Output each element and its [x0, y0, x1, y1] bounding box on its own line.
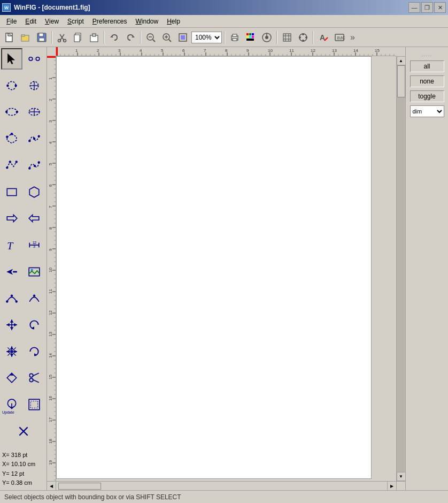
toolbar-export[interactable] — [259, 30, 274, 45]
tool-ellipse-draw[interactable] — [1, 101, 22, 123]
vertical-ruler-canvas — [47, 56, 56, 481]
restore-button[interactable]: ❐ — [421, 2, 433, 13]
toolbar-zoom-out[interactable] — [143, 30, 158, 45]
scroll-up-button[interactable]: ▲ — [397, 56, 406, 65]
tool-move[interactable] — [1, 314, 22, 336]
none-button[interactable]: none — [410, 75, 444, 87]
coord-x-pt: X= 318 pt — [2, 451, 44, 460]
toolbar-import[interactable]: IMG — [332, 30, 347, 45]
zoom-selector[interactable]: 100% 50% 75% 150% 200% — [191, 32, 222, 43]
tool-dimension[interactable]: 123 — [24, 234, 45, 256]
all-button[interactable]: all — [410, 60, 444, 72]
toolbar-grid[interactable] — [280, 30, 295, 45]
scroll-right-button[interactable]: ▶ — [387, 482, 396, 490]
toolbar-undo[interactable] — [107, 30, 122, 45]
svg-rect-9 — [39, 33, 43, 36]
tool-frame[interactable] — [24, 394, 45, 415]
svg-point-61 — [7, 81, 16, 89]
tool-rect-draw[interactable] — [1, 181, 22, 203]
dim-selector[interactable]: dim layer1 layer2 — [410, 105, 444, 117]
main-layout: · — [0, 47, 448, 490]
menu-help[interactable]: Help — [163, 16, 184, 27]
menu-edit[interactable]: Edit — [21, 16, 41, 27]
tool-rotate-cw[interactable] — [24, 341, 45, 362]
toolbar-copy[interactable] — [71, 30, 86, 45]
tool-open-poly[interactable] — [1, 155, 22, 176]
menu-preferences[interactable]: Preferences — [88, 16, 132, 27]
svg-rect-7 — [21, 35, 25, 36]
coord-y-pt: Y= 12 pt — [2, 469, 44, 479]
toolbar-new[interactable] — [2, 30, 17, 45]
tool-select[interactable] — [1, 48, 22, 70]
toolbar-paste[interactable] — [87, 30, 102, 45]
toolbar-spell[interactable]: A — [316, 30, 331, 45]
right-panel: ..... all none toggle dim layer1 layer2 — [405, 47, 448, 490]
menu-script[interactable]: Script — [63, 16, 88, 27]
h-scroll-track[interactable] — [56, 482, 387, 490]
toolbar-snap[interactable] — [296, 30, 311, 45]
toolbar-fit[interactable] — [175, 30, 190, 45]
toolbar-separator-5 — [276, 31, 277, 44]
h-scroll-thumb[interactable] — [58, 483, 101, 490]
svg-line-127 — [32, 380, 38, 383]
menu-file[interactable]: File — [2, 16, 21, 27]
toolbar-open[interactable] — [18, 30, 33, 45]
window-controls: — ❐ ✕ — [408, 2, 446, 13]
scroll-track-v[interactable] — [397, 65, 406, 472]
svg-rect-47 — [283, 34, 291, 41]
toggle-button[interactable]: toggle — [410, 90, 444, 102]
canvas-container[interactable] — [56, 56, 396, 481]
toolbar-zoom-in[interactable] — [159, 30, 174, 45]
svg-rect-32 — [233, 39, 237, 41]
tool-arc-select[interactable] — [24, 287, 45, 309]
tool-text[interactable]: T — [1, 234, 22, 256]
tool-coords[interactable]: · — [24, 48, 45, 70]
svg-marker-96 — [6, 269, 13, 275]
tool-scale[interactable] — [1, 367, 22, 388]
menu-view[interactable]: View — [41, 16, 63, 27]
svg-marker-111 — [14, 323, 17, 327]
toolbar-separator-3 — [140, 31, 141, 44]
tool-close[interactable] — [13, 421, 34, 442]
toolbar: 100% 50% 75% 150% 200% A IMG » — [0, 28, 448, 47]
toolbar-print[interactable] — [227, 30, 242, 45]
tool-rotate-ccw[interactable] — [24, 314, 45, 336]
toolbar-cut[interactable] — [55, 30, 69, 45]
tool-scissors[interactable] — [24, 367, 45, 388]
svg-point-49 — [302, 33, 304, 35]
close-button[interactable]: ✕ — [434, 2, 446, 13]
menu-window[interactable]: Window — [132, 16, 163, 27]
tool-ellipse-select[interactable] — [24, 101, 45, 123]
tool-arrow[interactable] — [1, 261, 22, 283]
tool-arc-draw[interactable] — [1, 287, 22, 309]
toolbar-save[interactable] — [34, 30, 49, 45]
svg-point-41 — [265, 36, 268, 39]
tool-image[interactable] — [24, 261, 45, 283]
svg-point-80 — [9, 161, 11, 163]
tool-polygon-draw[interactable] — [1, 128, 22, 149]
tool-hex-draw[interactable] — [24, 181, 45, 203]
toolbar-color[interactable] — [243, 30, 258, 45]
svg-marker-73 — [7, 134, 16, 143]
toolbar-more[interactable]: » — [348, 33, 357, 42]
svg-point-14 — [64, 39, 66, 42]
scroll-left-button[interactable]: ◀ — [47, 482, 56, 490]
tool-arrow-left[interactable] — [24, 208, 45, 229]
minimize-button[interactable]: — — [408, 2, 420, 13]
tool-spline-draw[interactable] — [24, 128, 45, 149]
tool-circle-select[interactable] — [24, 75, 45, 96]
svg-text:W: W — [4, 5, 9, 10]
tool-update[interactable]: Update — [1, 394, 22, 415]
toolbar-redo[interactable] — [123, 30, 138, 45]
svg-point-76 — [28, 140, 30, 142]
drawing-canvas[interactable] — [56, 56, 372, 479]
tool-move-all[interactable] — [1, 341, 22, 362]
tool-arrow-right[interactable] — [1, 208, 22, 229]
scroll-thumb-v[interactable] — [397, 65, 405, 97]
tool-circle-draw[interactable] — [1, 75, 22, 96]
scroll-down-button[interactable]: ▼ — [397, 472, 406, 481]
svg-marker-119 — [6, 349, 9, 353]
tool-open-spline[interactable] — [24, 155, 45, 176]
svg-marker-118 — [10, 354, 14, 356]
svg-line-23 — [153, 40, 155, 42]
